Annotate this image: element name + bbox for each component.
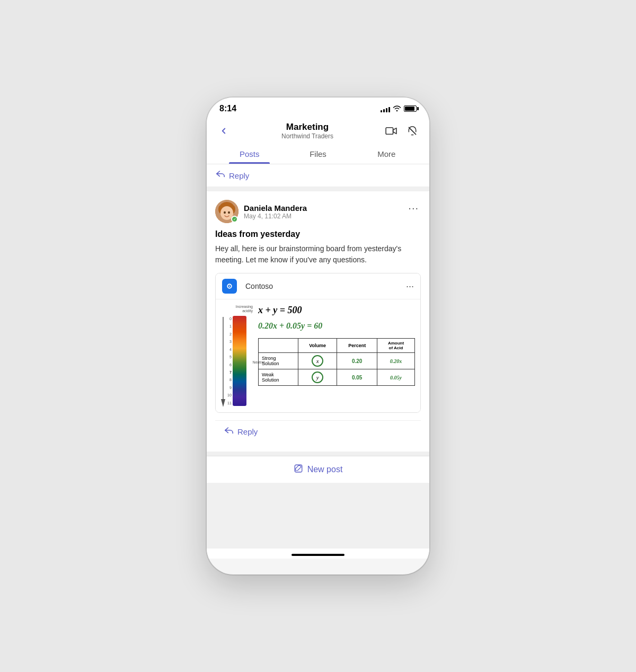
reply-icon-top <box>216 171 225 180</box>
attachment-card: Contoso ··· Increasingacidity <box>215 273 421 413</box>
author-info: Daniela Mandera May 4, 11:02 AM <box>244 204 307 220</box>
ph-scale: Increasingacidity 0 <box>221 305 253 407</box>
svg-line-1 <box>409 127 416 134</box>
tab-posts[interactable]: Posts <box>215 144 284 164</box>
post-header: Daniela Mandera May 4, 11:02 AM ··· <box>215 200 421 223</box>
content-area: Reply <box>207 164 429 549</box>
status-time: 8:14 <box>219 104 236 113</box>
math-table: Volume Percent Amountof Acid StrongSolut… <box>258 338 415 386</box>
post-body: Hey all, here is our brainstorming board… <box>215 243 421 266</box>
svg-point-8 <box>228 211 230 214</box>
compose-icon <box>294 464 303 475</box>
reply-bar-bottom[interactable]: Reply <box>215 420 421 443</box>
bell-off-button[interactable] <box>404 122 421 139</box>
attachment-content: Increasingacidity 0 <box>216 299 420 412</box>
attachment-more-button[interactable]: ··· <box>406 281 414 292</box>
author-row: Daniela Mandera May 4, 11:02 AM <box>215 200 307 223</box>
attachment-header: Contoso ··· <box>216 273 420 299</box>
signal-icon <box>381 105 390 112</box>
new-post-bar[interactable]: New post <box>207 456 429 483</box>
neutral-label: Neutral <box>252 360 264 364</box>
math-content: x + y = 500 0.20x + 0.05y = 60 Volume Pe… <box>258 305 415 407</box>
reply-label-bottom: Reply <box>237 427 258 436</box>
avatar-wrap <box>215 200 238 223</box>
svg-marker-13 <box>221 399 225 407</box>
header-title-group: Marketing Northwind Traders <box>232 122 383 140</box>
online-indicator <box>231 216 238 223</box>
battery-icon <box>404 105 417 112</box>
author-name: Daniela Mandera <box>244 204 307 213</box>
table-header-volume: Volume <box>298 339 337 353</box>
ph-label-top: Increasingacidity <box>221 305 253 314</box>
post-more-button[interactable]: ··· <box>406 200 421 216</box>
back-button[interactable] <box>215 122 232 139</box>
svg-point-11 <box>229 286 230 287</box>
svg-point-7 <box>224 211 226 214</box>
new-post-label: New post <box>307 465 343 474</box>
header-subtitle: Northwind Traders <box>232 132 383 140</box>
table-row-weak: WeakSolution y 0.05 0.05y <box>259 369 415 386</box>
table-header-amount: Amountof Acid <box>377 339 415 353</box>
equation2: 0.20x + 0.05y = 60 <box>258 321 415 331</box>
wifi-icon <box>393 104 401 113</box>
post-title: Ideas from yesterday <box>215 229 421 239</box>
home-bar <box>292 554 344 556</box>
status-icons <box>381 104 417 113</box>
reply-icon-bottom <box>225 427 233 437</box>
svg-rect-0 <box>386 128 393 135</box>
attachment-name: Contoso <box>245 282 273 290</box>
reply-bar-top[interactable]: Reply <box>207 164 429 187</box>
header: Marketing Northwind Traders <box>207 118 429 164</box>
table-row-strong: StrongSolution x 0.20 0.20x <box>259 353 415 369</box>
status-bar: 8:14 <box>207 98 429 118</box>
tab-more[interactable]: More <box>352 144 421 164</box>
phone-frame: 8:14 <box>207 98 429 574</box>
home-indicator <box>207 549 429 559</box>
header-title: Marketing <box>232 122 383 132</box>
table-header-percent: Percent <box>337 339 377 353</box>
reply-label-top: Reply <box>229 171 249 180</box>
tabs: Posts Files More <box>215 144 421 164</box>
tab-files[interactable]: Files <box>284 144 352 164</box>
post-time: May 4, 11:02 AM <box>244 213 307 220</box>
ph-gradient-bar <box>233 316 246 406</box>
video-button[interactable] <box>383 122 400 139</box>
post-card: Daniela Mandera May 4, 11:02 AM ··· Idea… <box>207 191 429 452</box>
attachment-logo <box>222 279 237 294</box>
header-actions <box>383 122 421 139</box>
equation1: x + y = 500 <box>258 305 415 316</box>
table-header-0 <box>259 339 298 353</box>
